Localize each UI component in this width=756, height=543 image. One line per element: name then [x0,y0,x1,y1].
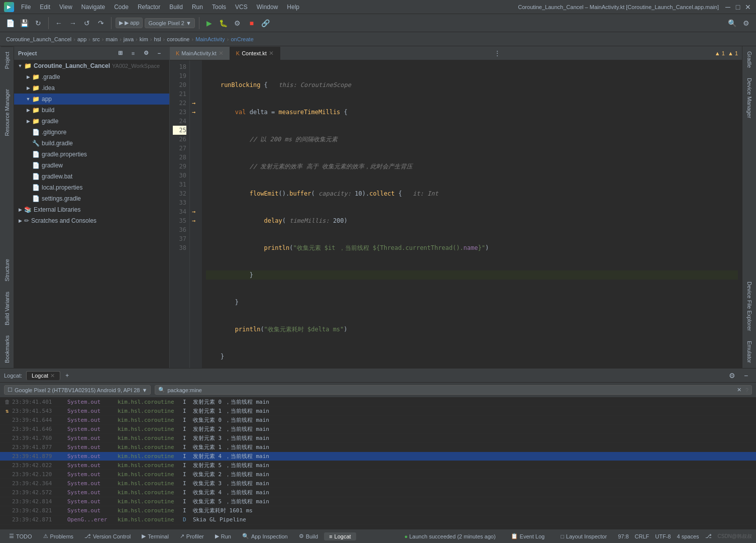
panel-tool-btn-1[interactable]: ⊞ [114,47,126,59]
breadcrumb-mainactivity[interactable]: MainActivity [193,36,227,42]
tree-item-buildgradle[interactable]: 🔧 build.gradle [14,138,169,149]
menu-view[interactable]: View [55,3,76,12]
tab-mainactivity[interactable]: K MainActivity.kt ✕ [170,47,230,60]
context-tab-close[interactable]: ✕ [269,50,274,57]
tree-item-gradlewbat[interactable]: 📄 gradlew.bat [14,171,169,182]
tree-item-gradlew[interactable]: 📄 gradlew [14,160,169,171]
status-tab-vcs[interactable]: ⎇ Version Control [79,532,136,540]
structure-tab[interactable]: Structure [1,254,13,287]
log-row-0[interactable]: 🗑 23:39:41.401 System.out kim.hsl.corout… [0,398,756,407]
tree-item-settingsgradle[interactable]: 📄 settings.gradle [14,193,169,204]
minimize-button[interactable]: ─ [724,3,732,11]
log-row-5[interactable]: 23:39:41.877 System.out kim.hsl.coroutin… [0,443,756,452]
status-tab-run[interactable]: ▶ Run [210,532,236,540]
code-content[interactable]: runBlocking { this: CoroutineScope val d… [202,60,742,368]
panel-tool-btn-2[interactable]: ≡ [127,47,139,59]
app-config-button[interactable]: ▶ ▶ app [116,18,143,28]
status-tab-todo[interactable]: ☰ TODO [4,532,37,540]
log-row-9[interactable]: 23:39:42.364 System.out kim.hsl.coroutin… [0,479,756,488]
tree-item-localprops[interactable]: 📄 local.properties [14,182,169,193]
logcat-tab-1[interactable]: Logcat ✕ [26,371,60,380]
status-tab-logcat[interactable]: ≡ Logcat [324,532,356,540]
project-panel-tab[interactable]: Project [1,46,13,74]
sync-button[interactable]: ↻ [32,17,44,29]
forward-button[interactable]: → [67,17,79,29]
log-content[interactable]: 🗑 23:39:41.401 System.out kim.hsl.corout… [0,398,756,529]
log-row-7[interactable]: 23:39:42.022 System.out kim.hsl.coroutin… [0,461,756,470]
panel-close-btn[interactable]: − [153,47,165,59]
tree-item-app[interactable]: ▼ 📁 app [14,94,169,105]
profile-button[interactable]: ⚙ [232,17,244,29]
run-app-button[interactable]: ▶ [203,17,215,29]
search-everywhere-button[interactable]: 🔍 [726,17,738,29]
log-row-3[interactable]: 23:39:41.646 System.out kim.hsl.coroutin… [0,425,756,434]
log-row-12[interactable]: 23:39:42.821 System.out kim.hsl.coroutin… [0,506,756,515]
debug-button[interactable]: 🐛 [218,17,230,29]
device-file-explorer-tab[interactable]: Device File Explorer [743,277,755,336]
gradle-tab[interactable]: Gradle [743,46,755,73]
menu-navigate[interactable]: Navigate [77,3,109,12]
tree-item-extlibs[interactable]: ▶ 📚 External Libraries [14,204,169,215]
save-button[interactable]: 💾 [18,17,30,29]
log-row-4[interactable]: 23:39:41.760 System.out kim.hsl.coroutin… [0,434,756,443]
log-row-11[interactable]: 23:39:42.814 System.out kim.hsl.coroutin… [0,497,756,506]
menu-file[interactable]: File [17,3,35,12]
filter-close-icon[interactable]: ✕ [737,387,741,393]
menu-window[interactable]: Window [253,3,282,12]
status-tab-build[interactable]: ⚙ Build [294,532,323,540]
mainactivity-tab-close[interactable]: ✕ [219,50,224,57]
panel-settings-btn[interactable]: ⚙ [140,47,152,59]
tree-item-root[interactable]: ▼ 📁 Coroutine_Launch_Cancel YA002_WorkSp… [14,60,169,71]
tree-item-gradleprops[interactable]: 📄 gradle.properties [14,149,169,160]
log-row-1[interactable]: ⇅ 23:39:41.543 System.out kim.hsl.corout… [0,407,756,416]
log-row-6[interactable]: 23:39:41.879 System.out kim.hsl.coroutin… [0,452,756,461]
logcat-settings-btn[interactable]: ⚙ [726,370,738,382]
breadcrumb-main[interactable]: main [103,36,120,42]
menu-build[interactable]: Build [165,3,187,12]
tree-item-build[interactable]: ▶ 📁 build [14,105,169,116]
tree-item-gradle-folder[interactable]: ▶ 📁 gradle [14,116,169,127]
logcat-minimize-btn[interactable]: − [740,370,752,382]
breadcrumb-project[interactable]: Coroutine_Launch_Cancel [4,36,73,42]
status-tab-layout-inspector[interactable]: □ Layout Inspector [556,532,612,540]
breadcrumb-hsl[interactable]: hsl [152,36,163,42]
status-tab-profiler[interactable]: ↗ Profiler [175,532,209,540]
breadcrumb-coroutine[interactable]: coroutine [165,36,191,42]
new-file-button[interactable]: 📄 [4,17,16,29]
resource-manager-tab[interactable]: Resource Manager [1,84,13,141]
tree-item-scratches[interactable]: ▶ ✏ Scratches and Consoles [14,215,169,226]
tree-item-gradle-hidden[interactable]: ▶ 📁 .gradle [14,71,169,82]
logcat-tab-close[interactable]: ✕ [50,373,55,379]
log-row-10[interactable]: 23:39:42.572 System.out kim.hsl.coroutin… [0,488,756,497]
device-select[interactable]: ☐ Google Pixel 2 (HT7BV1A02915) Android … [4,385,151,395]
status-tab-terminal[interactable]: ▶ Terminal [137,532,174,540]
tree-item-gitignore[interactable]: 📄 .gitignore [14,127,169,138]
tabs-menu-button[interactable]: ⋮ [490,50,504,57]
device-select-button[interactable]: Google Pixel 2 ▼ [145,18,195,28]
breadcrumb-oncreate[interactable]: onCreate [229,36,256,42]
attach-debugger-button[interactable]: 🔗 [260,17,272,29]
maximize-button[interactable]: □ [734,3,742,11]
tab-context[interactable]: K Context.kt ✕ [230,47,280,60]
breadcrumb-kim[interactable]: kim [138,36,150,42]
undo-button[interactable]: ↺ [81,17,93,29]
bookmarks-tab[interactable]: Bookmarks [1,330,13,368]
breadcrumb-java[interactable]: java [122,36,136,42]
filter-help-icon[interactable]: ? [745,387,748,393]
filter-select[interactable]: 🔍 package:mine ✕ ? [155,385,752,395]
breadcrumb-app[interactable]: app [75,36,88,42]
log-row-8[interactable]: 23:39:42.120 System.out kim.hsl.coroutin… [0,470,756,479]
close-button[interactable]: ✕ [744,3,752,11]
menu-code[interactable]: Code [110,3,133,12]
log-row-2[interactable]: 23:39:41.644 System.out kim.hsl.coroutin… [0,416,756,425]
redo-button[interactable]: ↷ [95,17,107,29]
menu-tools[interactable]: Tools [208,3,230,12]
device-manager-tab[interactable]: Device Manager [743,73,755,123]
menu-run[interactable]: Run [188,3,207,12]
tree-item-idea[interactable]: ▶ 📁 .idea [14,82,169,94]
settings-button[interactable]: ⚙ [740,17,752,29]
back-button[interactable]: ← [53,17,65,29]
status-tab-event-log[interactable]: 📋 Event Log [506,532,550,540]
menu-edit[interactable]: Edit [36,3,54,12]
emulator-tab[interactable]: Emulator [743,336,755,368]
